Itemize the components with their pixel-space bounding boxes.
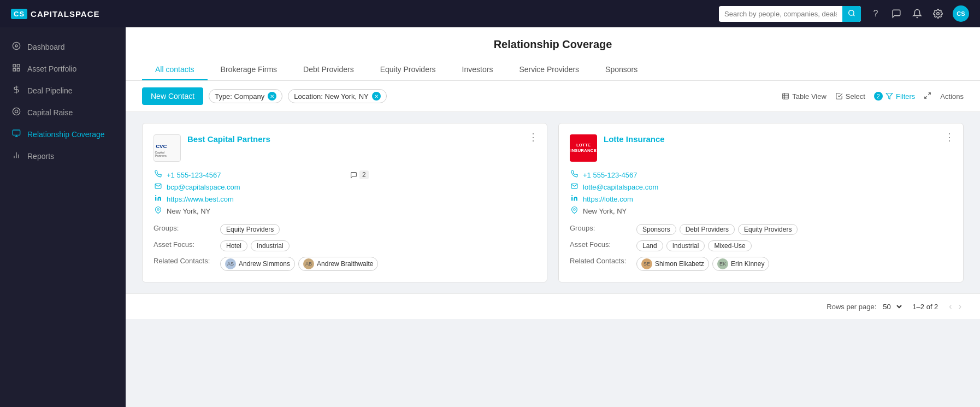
remove-filter-type[interactable]: ✕ [268,92,276,101]
page-navigation: ‹ › [947,300,964,312]
user-avatar[interactable]: CS [953,5,969,22]
tab-brokerage-firms[interactable]: Brokerage Firms [208,60,290,80]
groups-label: Groups: [570,224,630,232]
messages-icon[interactable] [890,8,902,20]
chat-icon [350,172,357,179]
chat-count: 2 [359,170,369,179]
sidebar-item-relationship-coverage[interactable]: Relationship Coverage [0,123,126,145]
filters-button[interactable]: 2 Filters [874,92,915,101]
relationship-coverage-icon [11,129,22,140]
sidebar-label: Reports [27,152,54,161]
svg-point-3 [13,42,20,49]
logo-cs-icon: CS [11,9,27,19]
contacts-grid: ⋮ CVC Capital Partners Best Capital Part… [126,112,980,293]
cvc-logo-svg: CVC Capital Partners [154,139,180,157]
tab-equity-providers[interactable]: Equity Providers [367,60,449,80]
card-header: LOTTEINSURANCE Lotte Insurance [570,134,952,162]
sidebar-item-capital-raise[interactable]: Capital Raise [0,102,126,123]
app-logo[interactable]: CS CAPITALSPACE [11,9,100,19]
company-logo-lotte: LOTTEINSURANCE [570,134,597,162]
tag: Industrial [666,240,705,251]
table-view-label: Table View [792,92,826,101]
related-name: Erin Kinney [731,260,764,268]
rows-per-page-select[interactable]: 50 100 200 [881,302,904,311]
email-link[interactable]: lotte@capitalspace.com [583,183,658,191]
phone-link[interactable]: +1 555-123-4567 [167,171,221,179]
svg-text:Capital: Capital [155,151,164,154]
sidebar-item-asset-portfolio[interactable]: Asset Portfolio [0,58,126,80]
sidebar-label: Deal Pipeline [27,86,73,95]
svg-point-11 [15,110,17,113]
notifications-icon[interactable] [911,8,923,20]
more-options-button-best-capital[interactable]: ⋮ [528,132,538,142]
company-name-lotte[interactable]: Lotte Insurance [604,134,665,144]
related-contact[interactable]: EK Erin Kinney [712,257,769,271]
linkedin-icon [570,194,578,203]
asset-focus-label: Asset Focus: [154,240,214,249]
website-link[interactable]: https://www.best.com [167,195,234,203]
svg-line-1 [853,14,855,16]
groups-row: Groups: Sponsors Debt Providers Equity P… [570,224,952,235]
tab-investors[interactable]: Investors [449,60,506,80]
location-row: New York, NY [154,207,339,215]
related-contact[interactable]: AS Andrew Simmons [220,257,295,271]
email-row: lotte@capitalspace.com [570,182,755,191]
search-button[interactable] [842,6,861,22]
svg-text:CVC: CVC [156,143,167,149]
table-view-button[interactable]: Table View [782,92,826,101]
sidebar-item-reports[interactable]: Reports [0,145,126,167]
svg-rect-12 [13,130,20,135]
related-tags: SE Shimon Elkabetz EK Erin Kinney [636,257,769,271]
sidebar-item-dashboard[interactable]: Dashboard [0,36,126,58]
related-contacts-label: Related Contacts: [570,257,630,265]
page-title: Relationship Coverage [142,38,964,51]
email-link[interactable]: bcp@capitalspace.com [167,183,240,191]
select-button[interactable]: Select [835,92,865,101]
website-row: https://www.best.com [154,194,339,203]
sidebar-item-deal-pipeline[interactable]: Deal Pipeline [0,80,126,102]
related-contact[interactable]: SE Shimon Elkabetz [636,257,709,271]
location-text: New York, NY [583,207,627,215]
email-row: bcp@capitalspace.com [154,182,339,191]
remove-filter-location[interactable]: ✕ [372,92,381,101]
help-icon[interactable]: ? [870,8,882,20]
more-options-button-lotte[interactable]: ⋮ [944,132,954,142]
sidebar-label: Asset Portfolio [27,64,76,73]
prev-page-button[interactable]: ‹ [947,300,954,312]
deal-pipeline-icon [11,85,22,96]
filter-chip-label: Location: New York, NY [294,92,369,101]
phone-row: +1 555-123-4567 [154,170,339,179]
phone-link[interactable]: +1 555-123-4567 [583,171,637,179]
tab-service-providers[interactable]: Service Providers [506,60,592,80]
app-name: CAPITALSPACE [31,9,99,19]
toolbar-right: Table View Select 2 Filters [782,92,964,101]
settings-icon[interactable] [932,8,944,20]
tab-debt-providers[interactable]: Debt Providers [290,60,367,80]
actions-button[interactable]: Actions [940,92,964,101]
tab-sponsors[interactable]: Sponsors [592,60,651,80]
tabs-bar: All contacts Brokerage Firms Debt Provid… [142,60,964,80]
related-contact[interactable]: AB Andrew Braithwaite [298,257,378,271]
tab-all-contacts[interactable]: All contacts [142,60,208,80]
phone-icon [570,170,578,179]
contact-card-lotte: ⋮ LOTTEINSURANCE Lotte Insurance +1 555-… [558,123,964,282]
related-name: Andrew Braithwaite [317,260,373,268]
groups-tags: Equity Providers [220,224,280,235]
new-contact-button[interactable]: New Contact [142,87,203,105]
search-input[interactable] [719,7,842,21]
company-name-best-capital[interactable]: Best Capital Partners [187,134,270,144]
groups-label: Groups: [154,224,214,232]
expand-icon[interactable] [924,92,931,101]
related-contacts-row: Related Contacts: AS Andrew Simmons AB A… [154,257,536,271]
filter-chip-location: Location: New York, NY ✕ [288,89,387,103]
website-link[interactable]: https://lotte.com [583,195,633,203]
avatar: SE [641,258,652,269]
capital-raise-icon [11,107,22,118]
next-page-button[interactable]: › [957,300,964,312]
related-tags: AS Andrew Simmons AB Andrew Braithwaite [220,257,378,271]
svg-text:Partners: Partners [155,154,167,157]
avatar: EK [717,258,728,269]
filter-chip-label: Type: Company [215,92,264,101]
toolbar: New Contact Type: Company ✕ Location: Ne… [126,81,980,112]
location-row: New York, NY [570,207,755,215]
